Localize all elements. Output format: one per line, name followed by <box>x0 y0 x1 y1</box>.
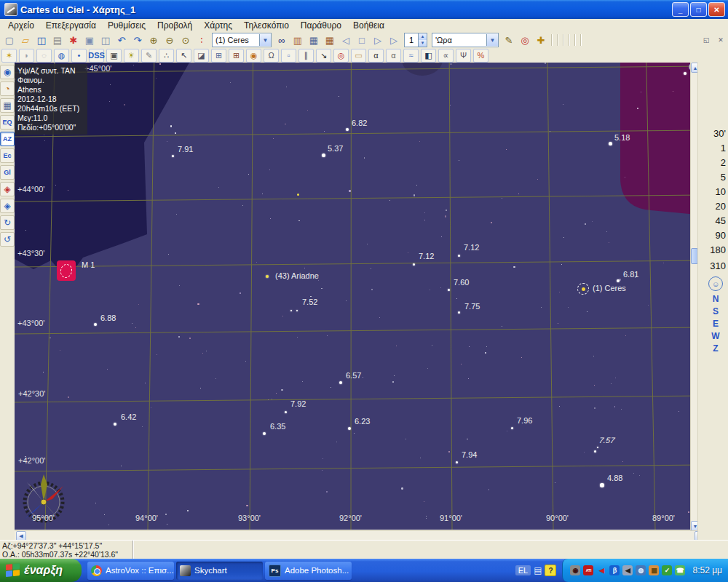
star-chart[interactable]: 6.455.187.916.825.376.887.127.127.607.75… <box>15 63 705 530</box>
update-tray-icon[interactable]: ▦ <box>649 565 659 575</box>
star-dot[interactable] <box>597 447 598 448</box>
save-icon[interactable]: ◫ <box>33 33 50 48</box>
star-dot[interactable] <box>511 427 513 429</box>
play-time-icon[interactable]: ▷ <box>370 33 386 48</box>
network-tray-icon[interactable]: ◍ <box>636 565 646 575</box>
print-icon[interactable]: ▤ <box>50 33 66 48</box>
star-dot[interactable] <box>263 432 266 435</box>
horizon-view-icon[interactable]: ◔ <box>0 81 15 96</box>
time-step-spin[interactable]: 1▲▼ <box>404 33 427 47</box>
fov-button-2[interactable]: 2 <box>701 157 726 168</box>
sky-view-icon[interactable]: ◉ <box>0 65 15 79</box>
deepsky-icon[interactable]: ◗ <box>19 49 34 63</box>
copy-icon[interactable]: ▣ <box>82 33 98 48</box>
task-astrovox[interactable]: AstroVox :: Επισ... <box>87 562 174 580</box>
star-dot[interactable] <box>684 72 687 75</box>
percent-icon[interactable]: % <box>473 49 488 63</box>
phone-tray-icon[interactable]: ☎ <box>675 565 685 575</box>
star-dot[interactable] <box>172 155 174 157</box>
milkyway-icon[interactable]: ∥ <box>298 49 314 63</box>
menu-window[interactable]: Παράθυρο <box>296 20 347 31</box>
star-dot[interactable] <box>458 311 460 314</box>
task-photoshop[interactable]: PsAdobe Photosh... <box>265 562 352 580</box>
star-dot[interactable] <box>413 263 415 266</box>
observer-icon[interactable]: ▥ <box>290 33 306 48</box>
measure-icon[interactable]: ▭ <box>351 49 366 63</box>
target-icon[interactable]: ◎ <box>333 49 349 63</box>
language-indicator[interactable]: EL <box>515 565 531 575</box>
chart-config-icon[interactable]: ▦ <box>0 98 15 113</box>
keyboard-icon[interactable]: ▤ <box>534 565 542 575</box>
star-dot[interactable] <box>94 323 97 326</box>
alpha-cursor-icon[interactable]: α <box>386 49 401 63</box>
asteroid-icon[interactable]: • <box>71 49 87 63</box>
direction-button-e[interactable]: E <box>708 319 723 329</box>
label-display-icon[interactable]: ☀ <box>124 49 139 63</box>
webcam-tray-icon[interactable]: ◉ <box>570 565 580 575</box>
night-mode-face-icon[interactable]: ☺ <box>708 276 723 291</box>
fov-button-1[interactable]: 1 <box>701 143 726 154</box>
direction-button-s[interactable]: S <box>708 306 723 316</box>
menu-edit[interactable]: Επεξεργασία <box>41 20 101 31</box>
m1-nebula-marker[interactable] <box>57 260 76 281</box>
center-object-icon[interactable]: ◎ <box>517 33 533 48</box>
trajectory-icon[interactable]: ✎ <box>501 33 517 48</box>
anchor-icon[interactable]: Ψ <box>456 49 471 63</box>
pointer-icon[interactable]: ↖ <box>176 49 191 63</box>
mag-limit-icon[interactable]: ∶ <box>194 33 210 48</box>
menu-setup[interactable]: Ρυθμίσεις <box>103 20 151 31</box>
volume-tray-icon[interactable]: ◀ <box>622 565 633 575</box>
chevron-down-icon[interactable]: ▼ <box>486 34 498 46</box>
menu-view[interactable]: Προβολή <box>152 20 197 31</box>
fov-button-310[interactable]: 310 <box>701 260 726 271</box>
alt-grid-icon[interactable]: ⊞ <box>229 49 244 63</box>
minimize-button[interactable]: _ <box>672 2 689 17</box>
ati-tray-icon[interactable]: ATI <box>583 565 593 575</box>
rotate-cw-icon[interactable]: ↻ <box>0 215 15 230</box>
observatory-pin-icon[interactable]: ✱ <box>66 33 82 48</box>
star-dot[interactable] <box>339 381 342 384</box>
star-filter-icon[interactable]: ✶ <box>1 49 17 63</box>
frame-icon[interactable]: ▫ <box>281 49 296 63</box>
menu-telescope[interactable]: Τηλεσκόπιο <box>239 20 294 31</box>
direction-button-w[interactable]: W <box>708 331 723 341</box>
maximize-button[interactable]: □ <box>690 2 707 17</box>
star-dot[interactable] <box>346 128 349 131</box>
contrast-icon[interactable]: ◧ <box>421 49 436 63</box>
flip-x-icon[interactable]: ◈ <box>0 182 15 196</box>
search-icon[interactable]: ∞ <box>274 33 290 48</box>
help-icon[interactable]: ? <box>545 565 556 576</box>
task-skychart[interactable]: Skychart <box>176 562 263 580</box>
start-button[interactable]: έναρξη <box>0 559 82 582</box>
nebula-outline-icon[interactable]: ◌ <box>36 49 52 63</box>
track-object-icon[interactable]: ✚ <box>533 33 549 48</box>
object-select[interactable]: (1) Ceres▼ <box>212 33 272 47</box>
menu-chart[interactable]: Χάρτης <box>199 20 237 31</box>
fov-button-10[interactable]: 10 <box>701 186 726 197</box>
dock-toolbar-icon[interactable]: ◱ <box>700 34 712 46</box>
coord-gal-button[interactable]: Gl <box>0 165 15 180</box>
yellow-minor-planet-dot[interactable] <box>297 194 299 196</box>
close-button[interactable]: ✕ <box>708 2 725 17</box>
star-dot[interactable] <box>290 310 292 311</box>
night-vision-icon[interactable]: ◪ <box>194 49 209 63</box>
coord-eq-button[interactable]: EQ <box>0 115 15 129</box>
redo-icon[interactable]: ↷ <box>130 33 146 48</box>
direction-button-n[interactable]: N <box>708 294 723 304</box>
star-dot[interactable] <box>296 310 298 311</box>
chevron-down-icon[interactable]: ▼ <box>259 34 271 46</box>
stop-time-icon[interactable]: □ <box>354 33 370 48</box>
ceres-marker[interactable] <box>577 283 589 295</box>
object-list-icon[interactable]: ▦ <box>306 33 322 48</box>
new-chart-icon[interactable]: ▢ <box>1 33 17 48</box>
open-icon[interactable]: ▱ <box>17 33 33 48</box>
step-forward-icon[interactable]: ▷ <box>386 33 402 48</box>
calendar-icon[interactable]: ▦ <box>322 33 338 48</box>
undo-icon[interactable]: ↶ <box>114 33 130 48</box>
star-dot[interactable] <box>617 279 620 282</box>
flip-y-icon[interactable]: ◈ <box>0 199 15 213</box>
eq-grid-icon[interactable]: ⊞ <box>211 49 226 63</box>
star-dot[interactable] <box>322 154 325 157</box>
fov-button-180[interactable]: 180 <box>701 244 726 255</box>
close-toolbar-icon[interactable]: ✕ <box>715 34 727 46</box>
